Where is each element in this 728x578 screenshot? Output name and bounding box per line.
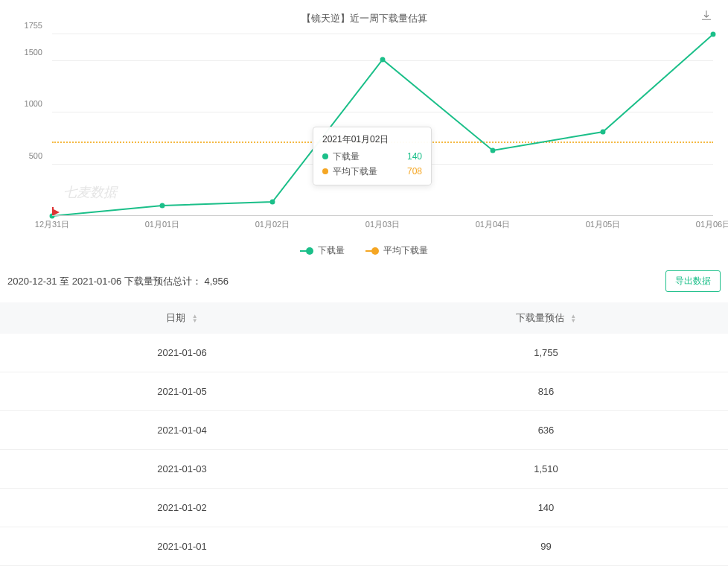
y-tick: 500 — [29, 151, 42, 160]
data-table: 日期 ▲▼ 下载量预估 ▲▼ 2021-01-061,7552021-01-05… — [0, 302, 728, 578]
tooltip-dot-icon — [322, 168, 328, 174]
cell-value: 0 — [364, 566, 728, 579]
cell-value: 1,755 — [364, 334, 728, 372]
sort-icon[interactable]: ▲▼ — [570, 314, 576, 323]
cell-value: 140 — [364, 489, 728, 527]
svg-point-2 — [270, 200, 275, 205]
x-axis — [52, 215, 713, 216]
legend-item-downloads[interactable]: 下载量 — [300, 244, 345, 257]
tooltip-row: 平均下载量 708 — [322, 164, 422, 179]
x-axis-labels: 12月31日 01月01日 01月02日 01月03日 01月04日 01月05… — [52, 219, 713, 232]
cell-value: 816 — [364, 372, 728, 411]
legend-dot-icon — [306, 247, 313, 255]
cell-date: 2021-01-01 — [0, 527, 364, 566]
tooltip-title: 2021年01月02日 — [322, 133, 422, 146]
tooltip-value: 708 — [407, 164, 422, 179]
svg-point-5 — [601, 130, 606, 135]
cell-value: 636 — [364, 411, 728, 450]
tooltip-label: 下载量 — [333, 149, 403, 164]
svg-point-3 — [380, 57, 386, 63]
table-header-value[interactable]: 下载量预估 ▲▼ — [364, 302, 728, 334]
summary-text: 2020-12-31 至 2021-01-06 下载量预估总计： 4,956 — [7, 275, 229, 288]
x-label: 01月02日 — [255, 219, 290, 230]
cell-date: 2021-01-02 — [0, 489, 364, 527]
cell-date: 2021-01-04 — [0, 411, 364, 450]
table-header-date[interactable]: 日期 ▲▼ — [0, 302, 364, 334]
line-chart-svg — [52, 30, 713, 216]
legend-label: 下载量 — [318, 244, 345, 257]
legend-label: 平均下载量 — [383, 244, 428, 257]
table-row: 2021-01-0199 — [0, 527, 728, 566]
table-row: 2021-01-02140 — [0, 489, 728, 527]
cell-date: 2020-12-31 — [0, 566, 364, 579]
svg-point-1 — [160, 203, 165, 209]
legend-item-average[interactable]: 平均下载量 — [365, 244, 428, 257]
tooltip-dot-icon — [322, 153, 328, 159]
y-tick: 1000 — [25, 99, 42, 108]
table-row: 2021-01-05816 — [0, 372, 728, 411]
chart-tooltip: 2021年01月02日 下载量 140 平均下载量 708 — [313, 127, 432, 185]
tooltip-value: 140 — [407, 149, 422, 164]
download-icon[interactable] — [700, 9, 713, 25]
table-row: 2021-01-04636 — [0, 411, 728, 450]
export-data-button[interactable]: 导出数据 — [665, 270, 721, 292]
chart-title: 【镜天逆】近一周下载量估算 — [301, 12, 427, 25]
chart-panel: 【镜天逆】近一周下载量估算 1755 1500 1000 500 七麦数据 — [0, 0, 728, 267]
cell-value: 1,510 — [364, 450, 728, 489]
cell-value: 99 — [364, 527, 728, 566]
chart-legend: 下载量 平均下载量 — [0, 238, 728, 267]
x-label: 12月31日 — [35, 219, 69, 230]
x-label: 01月01日 — [145, 219, 179, 230]
y-axis: 1755 1500 1000 500 — [7, 30, 48, 216]
sort-icon[interactable]: ▲▼ — [192, 314, 198, 323]
tooltip-label: 平均下载量 — [333, 164, 403, 179]
summary-total: 4,956 — [204, 276, 229, 287]
x-label: 01月06日 — [696, 219, 728, 230]
table-row: 2021-01-061,755 — [0, 334, 728, 372]
cell-date: 2021-01-05 — [0, 372, 364, 411]
svg-point-4 — [491, 148, 496, 153]
tooltip-row: 下载量 140 — [322, 149, 422, 164]
y-tick: 1755 — [25, 21, 42, 30]
table-row: 2021-01-031,510 — [0, 450, 728, 489]
x-label: 01月05日 — [586, 219, 620, 230]
legend-dot-icon — [371, 247, 379, 255]
svg-point-6 — [711, 32, 716, 37]
cell-date: 2021-01-03 — [0, 450, 364, 489]
y-tick: 1500 — [25, 48, 42, 57]
x-label: 01月04日 — [476, 219, 510, 230]
x-label: 01月03日 — [365, 219, 400, 230]
cell-date: 2021-01-06 — [0, 334, 364, 372]
table-row: 2020-12-310 — [0, 566, 728, 579]
summary-row: 2020-12-31 至 2021-01-06 下载量预估总计： 4,956 导… — [0, 267, 728, 302]
chart-plot-area[interactable]: 1755 1500 1000 500 七麦数据 — [7, 30, 721, 238]
